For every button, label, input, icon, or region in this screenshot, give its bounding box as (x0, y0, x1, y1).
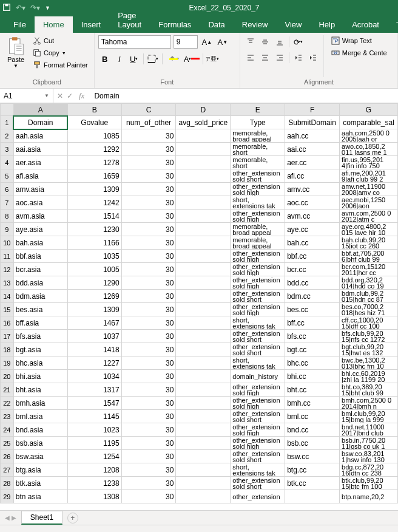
fx-icon[interactable]: fx (76, 91, 87, 101)
cell[interactable] (285, 490, 340, 503)
tab-team[interactable]: Tea (388, 16, 398, 33)
cell[interactable]: bht.co,389,20 15|bht club 99 (340, 383, 398, 397)
cell[interactable]: memorable, broad appeal (231, 129, 285, 143)
cell[interactable]: bff.cc (285, 316, 340, 330)
cell[interactable]: 30 (121, 423, 176, 437)
add-sheet-button[interactable]: + (67, 513, 78, 523)
cell[interactable]: aai.asia (13, 143, 67, 156)
row-header[interactable]: 28 (1, 477, 14, 490)
align-center-icon[interactable] (258, 51, 272, 64)
cell[interactable] (176, 196, 231, 210)
cell[interactable]: 1308 (67, 490, 121, 503)
cell[interactable]: 30 (121, 129, 176, 143)
tab-home[interactable]: Home (35, 16, 73, 33)
cell[interactable]: memorable, short (231, 156, 285, 169)
cell[interactable]: aye.cc (285, 223, 340, 236)
row-header[interactable]: 26 (1, 450, 14, 463)
cell[interactable]: other_extension sold high (231, 210, 285, 223)
cell[interactable]: short, extensions tak (231, 463, 285, 477)
fill-color-button[interactable]: ▾ (165, 52, 182, 66)
cell[interactable]: bfs.club,99,20 15|nfs cc 1272 (340, 330, 398, 343)
name-box-input[interactable] (4, 92, 44, 100)
column-header-D[interactable]: D (176, 104, 231, 116)
select-all-corner[interactable] (1, 104, 14, 116)
cell[interactable]: btp.name,20,2 (340, 490, 398, 503)
column-header-A[interactable]: A (13, 104, 67, 116)
cell[interactable]: avm.cc (285, 210, 340, 223)
row-header[interactable]: 8 (1, 210, 14, 223)
cell[interactable]: 1467 (67, 316, 121, 330)
cell[interactable] (176, 263, 231, 276)
cell[interactable]: bdd.org,320,2 014|hdd co 19 (340, 276, 398, 290)
row-header[interactable]: 11 (1, 250, 14, 263)
row-header[interactable]: 1 (1, 116, 14, 129)
cell[interactable]: other_extension sold short (231, 169, 285, 183)
cell[interactable]: 30 (121, 236, 176, 250)
cell[interactable]: bgt.asia (13, 343, 67, 356)
cell[interactable] (176, 477, 231, 490)
cell[interactable]: avg_sold_price (176, 116, 231, 129)
align-top-icon[interactable] (244, 35, 257, 49)
cell[interactable]: other_extension sold high (231, 397, 285, 410)
cell[interactable]: bdg.cc,872,20 16|dtn cc 238 (340, 463, 398, 477)
row-header[interactable]: 5 (1, 169, 14, 183)
decrease-indent-icon[interactable] (292, 51, 305, 64)
cell[interactable]: 1317 (67, 383, 121, 397)
cell[interactable]: 30 (121, 383, 176, 397)
row-header[interactable]: 13 (1, 276, 14, 290)
cell[interactable]: bnd.net,11000 2017|bnd club (340, 423, 398, 437)
cell[interactable]: memorable, short (231, 143, 285, 156)
row-header[interactable]: 22 (1, 397, 14, 410)
cell[interactable]: avm.com,2500 0 2012|atm c (340, 210, 398, 223)
cell[interactable]: aec.mobi,1250 2006|aon (340, 196, 398, 210)
cell[interactable]: bgt.cc (285, 343, 340, 356)
cell[interactable]: bgt.club,99,20 15|hwt es 132 (340, 343, 398, 356)
tab-help[interactable]: Help (310, 16, 343, 33)
sheet-tab-active[interactable]: Sheet1 (21, 511, 62, 525)
cell[interactable]: 30 (121, 477, 176, 490)
tab-data[interactable]: Data (200, 16, 233, 33)
cell[interactable]: aye.asia (13, 223, 67, 236)
chevron-down-icon[interactable]: ▼ (44, 93, 49, 98)
phonetic-button[interactable]: ア亜▾ (206, 52, 219, 66)
cell[interactable]: other_extension sold high (231, 423, 285, 437)
orientation-button[interactable]: ⟳▾ (292, 35, 305, 49)
qat-customize-icon[interactable]: ▼ (45, 5, 50, 11)
cell[interactable]: 1005 (67, 263, 121, 276)
cell[interactable]: 1238 (67, 477, 121, 490)
cell[interactable]: 30 (121, 250, 176, 263)
cell[interactable]: bfs.asia (13, 330, 67, 343)
cell[interactable]: cff.cc,1000,20 15|dff cc 100 (340, 316, 398, 330)
cell[interactable] (176, 450, 231, 463)
cell[interactable]: aoc.cc (285, 196, 340, 210)
cell[interactable]: btk.asia (13, 477, 67, 490)
cell[interactable]: 30 (121, 276, 176, 290)
cell[interactable]: bht.cc (285, 383, 340, 397)
cell[interactable]: bsw.co,83,201 1|hsw info 130 (340, 450, 398, 463)
cell[interactable]: bsb.asia (13, 437, 67, 450)
cell[interactable]: 30 (121, 490, 176, 503)
increase-indent-icon[interactable] (306, 51, 320, 64)
cell[interactable]: other_extension sold short (231, 330, 285, 343)
cell[interactable]: bes.co,7000,2 018|hes hiz 71 (340, 303, 398, 316)
row-header[interactable]: 12 (1, 263, 14, 276)
font-color-button[interactable]: A▾ (183, 52, 200, 66)
cell[interactable]: afi.me,200,201 9|afi club 99 2 (340, 169, 398, 183)
cell[interactable]: 1035 (67, 250, 121, 263)
cell[interactable]: btk.cc (285, 477, 340, 490)
cell[interactable]: bhi.asia (13, 370, 67, 383)
row-header[interactable]: 20 (1, 370, 14, 383)
cell[interactable]: bbf.at,705,200 6|bhf club 99 (340, 250, 398, 263)
column-header-G[interactable]: G (340, 104, 398, 116)
cell[interactable]: 1418 (67, 343, 121, 356)
column-header-E[interactable]: E (231, 104, 285, 116)
row-header[interactable]: 25 (1, 437, 14, 450)
cell[interactable]: bhi.cc (285, 370, 340, 383)
cut-button[interactable]: Cut (30, 35, 90, 46)
row-header[interactable]: 16 (1, 316, 14, 330)
cell[interactable]: bml.club,99,20 15|bmg la 999 (340, 410, 398, 423)
cell[interactable]: 1292 (67, 143, 121, 156)
cell[interactable]: bdm.cc (285, 290, 340, 303)
cell[interactable]: 1290 (67, 276, 121, 290)
row-header[interactable]: 7 (1, 196, 14, 210)
